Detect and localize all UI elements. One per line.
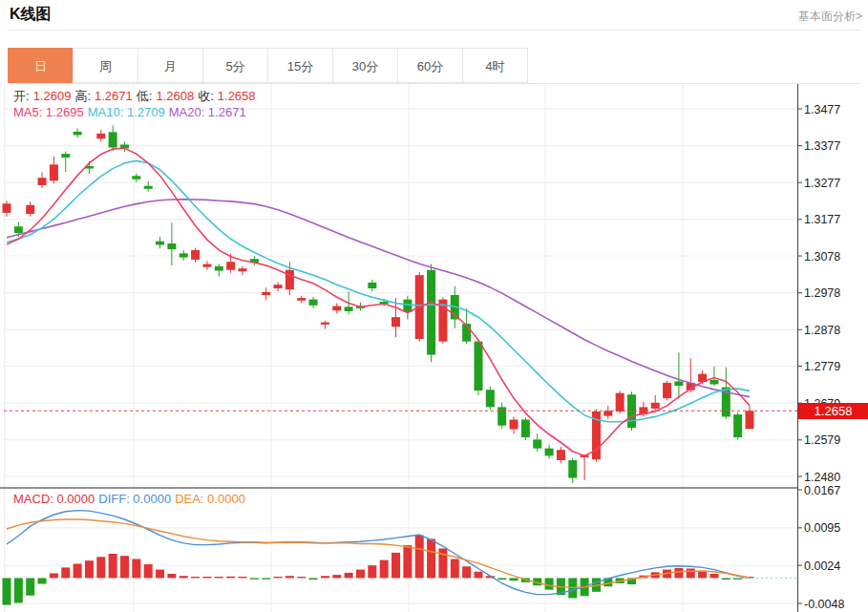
period-tabs: 日周月5分15分30分60分4时 <box>8 48 528 83</box>
ohlc-value: 1.2671 <box>95 89 133 103</box>
macd-legend: MACD: 0.0000DIFF: 0.0000DEA: 0.0000 <box>13 492 249 506</box>
legend-item: MA5: 1.2695 <box>13 105 84 119</box>
tab-60分[interactable]: 60分 <box>397 48 463 83</box>
svg-text:1.3477: 1.3477 <box>804 103 840 116</box>
svg-text:1.3078: 1.3078 <box>804 250 840 264</box>
svg-text:1.2878: 1.2878 <box>804 324 840 337</box>
fundamental-analysis-link[interactable]: 基本面分析> <box>798 9 862 25</box>
svg-text:0.0095: 0.0095 <box>804 521 840 535</box>
ohlc-label: 收: <box>198 89 214 103</box>
legend-item: DEA: 0.0000 <box>175 492 245 506</box>
svg-text:-0.0048: -0.0048 <box>804 598 844 611</box>
ma-legend: MA5: 1.2695MA10: 1.2709MA20: 1.2671 <box>13 105 250 119</box>
tab-周[interactable]: 周 <box>73 48 138 83</box>
ohlc-value: 1.2609 <box>33 89 72 103</box>
ohlc-value: 1.2658 <box>218 89 256 103</box>
svg-text:1.2579: 1.2579 <box>804 433 840 447</box>
legend-item: MA20: 1.2671 <box>169 105 246 119</box>
svg-text:1.3177: 1.3177 <box>804 213 840 226</box>
page-title: K线图 <box>10 5 52 25</box>
kline-app: 1.34771.33771.32771.31771.30781.29781.28… <box>0 0 868 612</box>
svg-text:1.2779: 1.2779 <box>804 360 840 373</box>
ohlc-value: 1.2608 <box>156 89 194 103</box>
tab-15分[interactable]: 15分 <box>267 48 333 83</box>
legend-item: MACD: 0.0000 <box>13 492 95 506</box>
axis-labels: 1.34771.33771.32771.31771.30781.29781.28… <box>797 103 844 611</box>
tab-5分[interactable]: 5分 <box>202 48 268 83</box>
header-divider <box>8 30 860 31</box>
ohlc-label: 低: <box>137 89 153 103</box>
svg-text:1.2978: 1.2978 <box>804 286 840 300</box>
svg-text:1.2480: 1.2480 <box>804 471 840 484</box>
ma5-line <box>7 148 750 455</box>
svg-text:0.0024: 0.0024 <box>804 559 840 573</box>
ma10-line <box>7 160 750 421</box>
last-price-tag: 1.2658 <box>798 403 868 419</box>
tab-日[interactable]: 日 <box>8 48 74 83</box>
svg-text:1.3277: 1.3277 <box>804 177 840 190</box>
dea-line <box>7 519 750 587</box>
legend-item: MA10: 1.2709 <box>88 105 165 119</box>
svg-text:0.0167: 0.0167 <box>804 484 840 497</box>
legend-item: DIFF: 0.0000 <box>98 492 171 506</box>
ohlc-readout: 开:1.2609高:1.2671低:1.2608收:1.2658 <box>13 88 260 105</box>
ohlc-label: 高: <box>74 89 91 103</box>
ohlc-label: 开: <box>13 89 30 103</box>
tab-月[interactable]: 月 <box>138 48 203 83</box>
tab-4时[interactable]: 4时 <box>462 48 528 83</box>
tab-30分[interactable]: 30分 <box>332 48 398 83</box>
svg-text:1.3377: 1.3377 <box>804 139 840 153</box>
